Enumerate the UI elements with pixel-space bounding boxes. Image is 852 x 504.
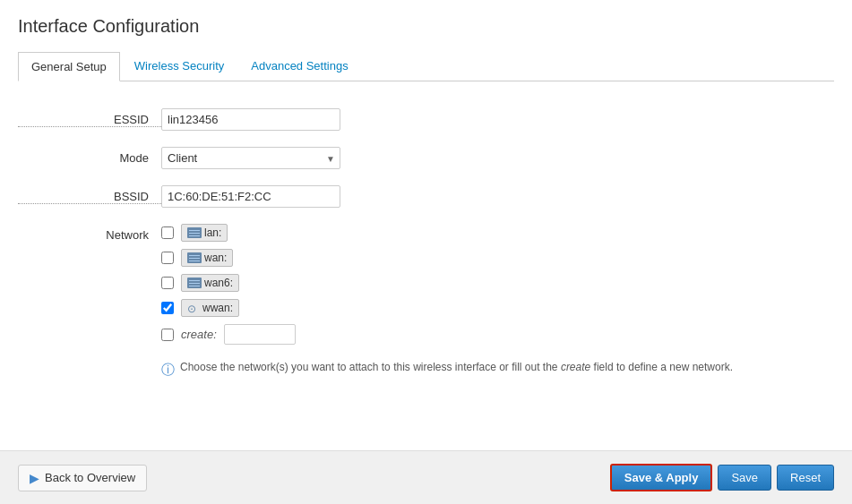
tab-wireless-security[interactable]: Wireless Security — [122, 52, 237, 81]
back-to-overview-label: Back to Overview — [45, 471, 135, 484]
network-row: Network lan: wan: — [18, 224, 834, 345]
wwan-icon — [187, 303, 200, 313]
network-item-wwan: wwan: — [161, 299, 296, 317]
lan-icon — [187, 227, 202, 238]
essid-row: ESSID — [18, 108, 834, 131]
network-checkbox-wwan[interactable] — [161, 302, 174, 314]
form-section: ESSID Mode Client Access Point Ad-Hoc ▼ … — [18, 99, 834, 397]
footer: ▶ Back to Overview Save & Apply Save Res… — [0, 450, 852, 504]
back-to-overview-button[interactable]: ▶ Back to Overview — [18, 465, 147, 491]
create-label: create: — [181, 328, 217, 341]
network-badge-wan: wan: — [181, 249, 233, 267]
network-checkbox-wan[interactable] — [161, 252, 174, 264]
network-item-wan6: wan6: — [161, 274, 296, 292]
network-item-create: create: — [161, 324, 296, 345]
mode-row: Mode Client Access Point Ad-Hoc ▼ — [18, 147, 834, 169]
network-checkbox-lan[interactable] — [161, 226, 174, 239]
essid-label: ESSID — [18, 108, 161, 127]
bssid-label: BSSID — [18, 185, 161, 204]
tabs-bar: General Setup Wireless Security Advanced… — [18, 51, 834, 81]
network-badge-wwan: wwan: — [181, 299, 239, 317]
page-wrapper: Interface Configuration General Setup Wi… — [0, 0, 852, 504]
info-icon: ⓘ — [161, 362, 175, 379]
reset-button[interactable]: Reset — [777, 465, 834, 491]
network-badge-lan: lan: — [181, 224, 228, 242]
save-apply-button[interactable]: Save & Apply — [610, 464, 713, 491]
page-title: Interface Configuration — [18, 9, 834, 42]
footer-left: ▶ Back to Overview — [18, 465, 147, 491]
network-col: lan: wan: wan6: — [161, 224, 296, 345]
bssid-row: BSSID — [18, 185, 834, 208]
network-badge-wan6: wan6: — [181, 274, 239, 292]
mode-label: Mode — [18, 147, 161, 165]
network-item-wan: wan: — [161, 249, 296, 267]
essid-input[interactable] — [161, 108, 340, 131]
tab-advanced-settings[interactable]: Advanced Settings — [238, 52, 360, 81]
hint-text: Choose the network(s) you want to attach… — [180, 361, 733, 373]
wan-icon — [187, 252, 202, 263]
network-checkbox-create[interactable] — [161, 329, 174, 341]
footer-right: Save & Apply Save Reset — [610, 464, 834, 491]
network-label: Network — [18, 224, 161, 242]
mode-select-wrapper: Client Access Point Ad-Hoc ▼ — [161, 147, 340, 169]
network-item-lan: lan: — [161, 224, 296, 242]
create-input[interactable] — [224, 324, 296, 345]
network-checkbox-wan6[interactable] — [161, 277, 174, 289]
hint-row: ⓘ Choose the network(s) you want to atta… — [161, 361, 834, 379]
bssid-input[interactable] — [161, 185, 340, 208]
back-icon: ▶ — [30, 471, 39, 485]
mode-select[interactable]: Client Access Point Ad-Hoc — [161, 147, 340, 169]
wan6-icon — [187, 278, 202, 288]
save-button[interactable]: Save — [718, 465, 771, 491]
tab-general[interactable]: General Setup — [18, 52, 120, 81]
